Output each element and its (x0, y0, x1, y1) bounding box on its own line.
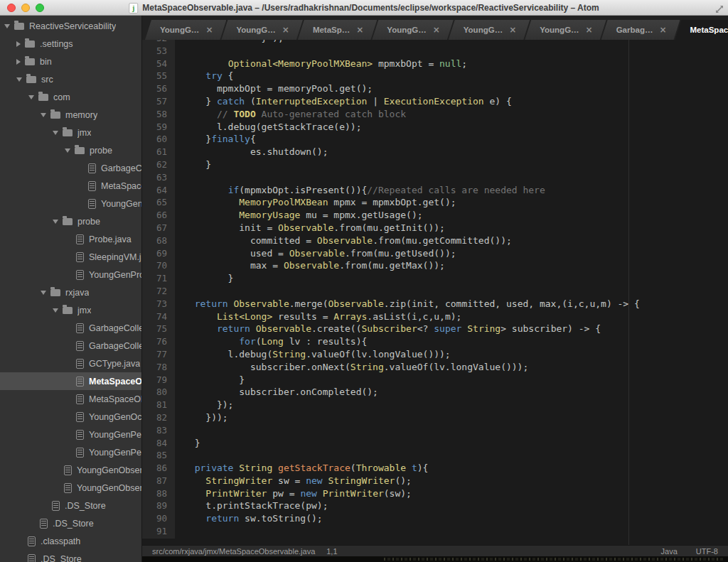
tab-bar-tabs: YoungG…×YoungG…×MetaSp…×YoungG…×YoungG…×… (145, 20, 728, 40)
close-tab-icon[interactable]: × (356, 25, 363, 35)
tree-file-row[interactable]: MetaSpaceOb (0, 390, 141, 408)
tab-label: YoungG… (236, 26, 275, 34)
tree-item-label: .DS_Store (53, 519, 94, 529)
tree-item-label: com (53, 92, 70, 102)
line-number: 72 (142, 286, 167, 298)
tab[interactable]: YoungG…× (449, 20, 530, 40)
tree-file-row[interactable]: MetaSpaceOb (0, 372, 141, 390)
tree-folder-row[interactable]: .settings (0, 35, 141, 53)
status-file-path: src/com/rxjava/jmx/MetaSpaceObservable.j… (152, 547, 315, 556)
tree-item-label: .DS_Store (65, 501, 106, 511)
tree-folder-row[interactable]: rxjava (0, 283, 141, 301)
close-tab-icon[interactable]: × (282, 25, 289, 35)
tree-item-label: YoungGen (101, 199, 141, 209)
file-tree: ReactiveServiceability.settingsbinsrccom… (0, 17, 141, 562)
tab[interactable]: YoungG…× (372, 20, 453, 40)
tree-folder-row[interactable]: bin (0, 53, 141, 70)
code-line: PrintWriter pw = new PrintWriter(sw); (183, 488, 728, 501)
line-number: 88 (142, 488, 167, 501)
file-icon (76, 323, 84, 333)
tree-item-label: YoungGenPer (89, 430, 141, 440)
line-number: 68 (142, 235, 167, 248)
file-icon (52, 501, 60, 511)
tree-file-row[interactable]: GCType.java (0, 355, 141, 372)
tree-folder-row[interactable]: jmx (0, 124, 141, 141)
tree-item-label: YoungGenOcc (89, 412, 141, 422)
window-bottom-edge (142, 556, 728, 562)
code-line: committed = Observable.from(mu.getCommit… (183, 235, 728, 248)
status-encoding[interactable]: UTF-8 (696, 547, 718, 556)
tree-folder-row[interactable]: probe (0, 141, 141, 159)
tree-file-row[interactable]: .DS_Store (0, 550, 141, 562)
code-line: return Observable.merge(Observable.zip(i… (183, 298, 728, 311)
tree-folder-row[interactable]: probe (0, 212, 141, 230)
code-line: init = Observable.from(mu.getInit()); (183, 222, 728, 235)
tree-folder-row[interactable]: src (0, 70, 141, 88)
tree-file-row[interactable]: MetaSpace (0, 177, 141, 195)
tree-file-row[interactable]: YoungGenObser (0, 479, 141, 497)
code-line: subscriber.onCompleted(); (183, 387, 728, 399)
text-editor[interactable]: 5253545556575859606162636465666768697071… (142, 40, 728, 545)
tree-folder-row[interactable]: ReactiveServiceability (0, 17, 141, 35)
line-number: 57 (142, 96, 167, 109)
tree-file-row[interactable]: YoungGenObser (0, 461, 141, 479)
tree-item-label: rxjava (65, 288, 89, 298)
tree-file-row[interactable]: GarbageCo (0, 159, 141, 177)
minimize-window-button[interactable] (21, 4, 30, 12)
code-line: es.shutdown(); (183, 146, 728, 159)
tree-file-row[interactable]: YoungGenPro (0, 266, 141, 283)
tree-file-row[interactable]: .classpath (0, 532, 141, 550)
chevron-down-icon (65, 148, 70, 153)
status-cursor-position[interactable]: 1,1 (326, 547, 337, 556)
zoom-window-button[interactable] (36, 4, 44, 12)
code-line: List<Long> results = Arrays.asList(i,c,u… (183, 311, 728, 324)
tab-label: MetaSpaceObservab… (690, 26, 728, 34)
tree-file-row[interactable]: YoungGenPer (0, 426, 141, 443)
tree-file-row[interactable]: SleepingVM.ja (0, 248, 141, 266)
tree-item-label: MetaSpaceOb (89, 394, 141, 404)
tab-label: YoungG… (387, 26, 426, 34)
tree-file-row[interactable]: .DS_Store (0, 497, 141, 514)
tree-file-row[interactable]: YoungGenOcc (0, 408, 141, 426)
tab[interactable]: MetaSpaceObservab…× (675, 20, 728, 40)
line-number: 70 (142, 260, 167, 273)
code-line (183, 172, 728, 185)
code-line (183, 526, 728, 539)
close-window-button[interactable] (7, 4, 16, 12)
tree-item-label: probe (90, 146, 112, 156)
chevron-down-icon (53, 220, 58, 224)
line-number: 76 (142, 336, 167, 349)
close-tab-icon[interactable]: × (586, 25, 593, 35)
line-number: 81 (142, 399, 167, 412)
tab[interactable]: Garbag…× (601, 20, 680, 40)
close-tab-icon[interactable]: × (509, 25, 516, 35)
tab[interactable]: MetaSp…× (298, 20, 377, 40)
tree-file-row[interactable]: YoungGenPer (0, 443, 141, 461)
folder-icon (38, 94, 48, 101)
code-content[interactable]: } ); Optional<MemoryPoolMXBean> mpmxbOpt… (175, 40, 728, 539)
tab[interactable]: YoungG…× (145, 20, 226, 40)
editor-region: YoungG…×YoungG…×MetaSp…×YoungG…×YoungG…×… (142, 16, 728, 562)
close-tab-icon[interactable]: × (433, 25, 440, 35)
tree-file-row[interactable]: GarbageColle (0, 337, 141, 355)
close-tab-icon[interactable]: × (659, 25, 666, 35)
file-icon (88, 163, 96, 173)
tab[interactable]: YoungG…× (525, 20, 606, 40)
tree-item-label: GarbageColle (89, 341, 141, 351)
file-icon (28, 536, 36, 546)
status-grammar[interactable]: Java (661, 547, 678, 556)
fullscreen-icon[interactable] (715, 4, 724, 16)
tree-file-row[interactable]: .DS_Store (0, 514, 141, 532)
tree-file-row[interactable]: Probe.java (0, 230, 141, 248)
tab[interactable]: YoungG…× (221, 20, 302, 40)
line-number: 61 (142, 146, 167, 159)
tree-file-row[interactable]: YoungGen (0, 195, 141, 212)
tree-file-row[interactable]: GarbageColle (0, 319, 141, 337)
close-tab-icon[interactable]: × (205, 25, 213, 35)
folder-icon (50, 289, 60, 296)
code-line (183, 45, 728, 58)
tree-item-label: YoungGenPer (89, 448, 141, 458)
tree-folder-row[interactable]: jmx (0, 301, 141, 319)
tree-folder-row[interactable]: memory (0, 106, 141, 124)
tree-folder-row[interactable]: com (0, 88, 141, 106)
